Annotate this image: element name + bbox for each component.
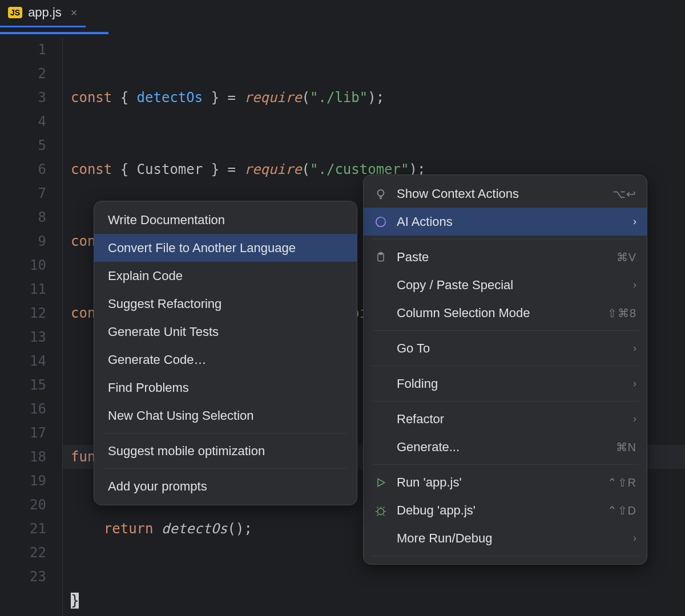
shortcut-label: ⌃⇧D (607, 504, 636, 517)
code-line: const { detectOs } = require("./lib"); (71, 86, 685, 110)
menu-item-label: Folding (397, 376, 624, 391)
menu-separator (104, 433, 346, 433)
line-number: 16 (0, 397, 46, 421)
line-number: 23 (0, 565, 46, 589)
line-number: 17 (0, 421, 46, 445)
line-number: 5 (0, 133, 46, 157)
menu-item-label: More Run/Debug (397, 531, 624, 546)
play-icon (374, 477, 388, 488)
close-tab-icon[interactable]: × (71, 6, 78, 19)
line-number: 6 (0, 157, 46, 181)
menu-separator (104, 468, 346, 469)
line-number: 13 (0, 325, 46, 349)
menu-paste[interactable]: Paste ⌘V (364, 243, 647, 271)
menu-separator (372, 366, 639, 366)
file-tab[interactable]: JS app.js × (0, 0, 86, 27)
submenu-new-chat[interactable]: New Chat Using Selection (94, 402, 357, 429)
tab-filename: app.js (28, 5, 62, 20)
svg-point-0 (378, 189, 384, 196)
menu-item-label: Paste (397, 250, 607, 265)
shortcut-label: ⇧⌘8 (607, 306, 636, 320)
chevron-right-icon: › (633, 378, 636, 390)
line-number: 2 (0, 62, 46, 86)
submenu-generate-code[interactable]: Generate Code… (94, 346, 357, 374)
tab-bar: JS app.js × (0, 0, 685, 27)
submenu-mobile-optimization[interactable]: Suggest mobile optimization (94, 437, 357, 465)
svg-point-3 (378, 508, 384, 514)
shortcut-label: ⌃⇧R (607, 476, 636, 489)
active-tab-indicator (0, 32, 108, 34)
bug-icon (374, 504, 388, 517)
shortcut-label: ⌘V (616, 250, 636, 264)
menu-go-to[interactable]: Go To › (364, 334, 647, 362)
menu-item-label: Copy / Paste Special (397, 278, 624, 293)
menu-copy-paste-special[interactable]: Copy / Paste Special › (364, 271, 647, 299)
menu-separator (372, 464, 639, 465)
menu-separator (372, 401, 639, 402)
line-number: 9 (0, 229, 46, 253)
shortcut-label: ⌥↩ (613, 187, 636, 201)
line-number: 12 (0, 301, 46, 325)
menu-item-label: Run 'app.js' (397, 475, 598, 490)
ai-actions-submenu[interactable]: Write Documentation Convert File to Anot… (94, 201, 357, 505)
menu-item-label: Column Selection Mode (397, 306, 598, 321)
menu-debug-file[interactable]: Debug 'app.js' ⌃⇧D (364, 496, 647, 524)
menu-separator (372, 239, 639, 240)
line-number: 10 (0, 253, 46, 277)
chevron-right-icon: › (633, 342, 636, 354)
menu-more-run-debug[interactable]: More Run/Debug › (364, 524, 647, 552)
line-number: 20 (0, 493, 46, 517)
line-gutter: 1 2 3 4 5 6 7 8 9 10 11 12 13 14 15 16 1… (0, 38, 63, 616)
line-number: 8 (0, 205, 46, 229)
menu-generate[interactable]: Generate... ⌘N (364, 433, 647, 461)
menu-column-selection[interactable]: Column Selection Mode ⇧⌘8 (364, 299, 647, 327)
chevron-right-icon: › (633, 413, 636, 425)
ai-icon (374, 216, 388, 228)
menu-folding[interactable]: Folding › (364, 370, 647, 398)
line-number: 3 (0, 86, 46, 110)
menu-refactor[interactable]: Refactor › (364, 405, 647, 433)
line-number: 19 (0, 469, 46, 493)
line-number: 11 (0, 277, 46, 301)
js-file-icon: JS (8, 7, 22, 18)
line-number: 4 (0, 110, 46, 133)
shortcut-label: ⌘N (616, 440, 636, 454)
line-number: 18 (0, 445, 46, 469)
menu-separator (372, 330, 639, 331)
chevron-right-icon: › (633, 532, 636, 544)
menu-item-label: Generate... (397, 440, 607, 455)
menu-item-label: Go To (397, 341, 624, 356)
menu-run-file[interactable]: Run 'app.js' ⌃⇧R (364, 468, 647, 496)
menu-separator (372, 556, 639, 556)
menu-show-context-actions[interactable]: Show Context Actions ⌥↩ (364, 180, 647, 208)
submenu-write-documentation[interactable]: Write Documentation (94, 206, 357, 234)
chevron-right-icon: › (633, 279, 636, 291)
clipboard-icon (374, 251, 388, 264)
editor-context-menu[interactable]: Show Context Actions ⌥↩ AI Actions › Pas… (363, 175, 647, 565)
submenu-convert-file[interactable]: Convert File to Another Language (94, 234, 357, 262)
submenu-find-problems[interactable]: Find Problems (94, 374, 357, 402)
submenu-explain-code[interactable]: Explain Code (94, 262, 357, 290)
bulb-icon (374, 188, 388, 200)
line-number: 1 (0, 38, 46, 62)
line-number: 22 (0, 541, 46, 565)
menu-item-label: AI Actions (397, 214, 624, 229)
line-number: 7 (0, 181, 46, 205)
line-number: 14 (0, 349, 46, 373)
menu-item-label: Debug 'app.js' (397, 503, 598, 518)
submenu-add-prompts[interactable]: Add your prompts (94, 472, 357, 500)
line-number: 21 (0, 517, 46, 541)
submenu-generate-unit-tests[interactable]: Generate Unit Tests (94, 318, 357, 346)
line-number: 15 (0, 373, 46, 397)
menu-item-label: Refactor (397, 412, 624, 427)
code-line: } (71, 589, 685, 613)
chevron-right-icon: › (633, 216, 636, 228)
submenu-suggest-refactoring[interactable]: Suggest Refactoring (94, 290, 357, 318)
menu-ai-actions[interactable]: AI Actions › (364, 208, 647, 236)
menu-item-label: Show Context Actions (397, 187, 603, 201)
